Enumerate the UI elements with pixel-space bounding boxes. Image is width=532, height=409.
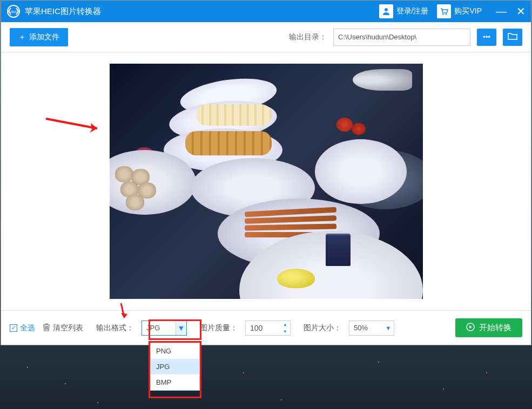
- bottom-bar: ✓ 全选 清空列表 输出格式： JPG ▼ 图片质量： 100 ▲ ▼ 图片大小…: [1, 310, 531, 345]
- svg-point-4: [446, 13, 447, 15]
- convert-label: 开始转换: [479, 323, 511, 333]
- output-format-combo[interactable]: JPG ▼: [142, 321, 187, 336]
- folder-icon: [508, 32, 517, 42]
- spinner-down-icon[interactable]: ▼: [280, 328, 290, 335]
- preview-area: [1, 52, 531, 310]
- size-label: 图片大小：: [304, 323, 341, 333]
- title-bar: HEIC 苹果HEIC图片转换器 登录/注册 购买VIP — ✕: [1, 1, 531, 22]
- select-all-checkbox[interactable]: ✓ 全选: [10, 323, 35, 333]
- chevron-down-icon: ▼: [176, 321, 186, 335]
- add-file-label: 添加文件: [29, 32, 59, 42]
- clear-list-button[interactable]: 清空列表: [43, 323, 83, 333]
- dropdown-option-png[interactable]: PNG: [151, 343, 199, 359]
- cart-icon: [437, 4, 451, 18]
- vip-label: 购买VIP: [454, 6, 482, 16]
- size-value: 50%: [349, 324, 383, 332]
- svg-point-2: [385, 8, 388, 11]
- checkbox-icon: ✓: [10, 324, 17, 332]
- quality-spinner[interactable]: 100 ▲ ▼: [245, 321, 291, 336]
- output-format-dropdown: PNG JPG BMP: [150, 343, 200, 391]
- user-icon: [379, 4, 393, 18]
- output-format-value: JPG: [142, 324, 176, 332]
- size-combo[interactable]: 50% ▼: [349, 321, 394, 336]
- select-all-label: 全选: [20, 323, 35, 333]
- quality-value: 100: [246, 324, 280, 332]
- app-window: HEIC 苹果HEIC图片转换器 登录/注册 购买VIP — ✕ ＋ 添加文件: [1, 0, 531, 345]
- login-button[interactable]: 登录/注册: [375, 2, 433, 21]
- trash-icon: [43, 323, 50, 333]
- plus-icon: ＋: [18, 32, 26, 42]
- dropdown-option-bmp[interactable]: BMP: [151, 374, 199, 390]
- toolbar: ＋ 添加文件 输出目录： •••: [1, 22, 531, 52]
- heic-logo-icon: HEIC: [6, 4, 21, 18]
- login-label: 登录/注册: [396, 6, 429, 16]
- minimize-button[interactable]: —: [496, 6, 507, 17]
- play-icon: [466, 323, 475, 333]
- preview-image[interactable]: [110, 64, 423, 299]
- spinner-up-icon[interactable]: ▲: [280, 321, 290, 328]
- chevron-down-icon: ▼: [383, 325, 394, 331]
- open-folder-button[interactable]: [503, 29, 522, 46]
- svg-point-3: [442, 13, 443, 15]
- app-logo: HEIC 苹果HEIC图片转换器: [6, 4, 101, 18]
- svg-text:HEIC: HEIC: [10, 10, 18, 13]
- output-format-label: 输出格式：: [96, 323, 134, 333]
- add-file-button[interactable]: ＋ 添加文件: [10, 28, 68, 46]
- browse-button[interactable]: •••: [477, 29, 496, 46]
- ellipsis-icon: •••: [483, 33, 490, 41]
- app-title: 苹果HEIC图片转换器: [25, 6, 101, 17]
- close-button[interactable]: ✕: [516, 6, 526, 17]
- output-dir-input[interactable]: [333, 29, 470, 46]
- vip-button[interactable]: 购买VIP: [433, 2, 486, 21]
- clear-list-label: 清空列表: [53, 323, 83, 333]
- dropdown-option-jpg[interactable]: JPG: [151, 359, 199, 374]
- quality-label: 图片质量：: [200, 323, 238, 333]
- convert-button[interactable]: 开始转换: [455, 318, 522, 337]
- output-dir-label: 输出目录：: [289, 32, 327, 42]
